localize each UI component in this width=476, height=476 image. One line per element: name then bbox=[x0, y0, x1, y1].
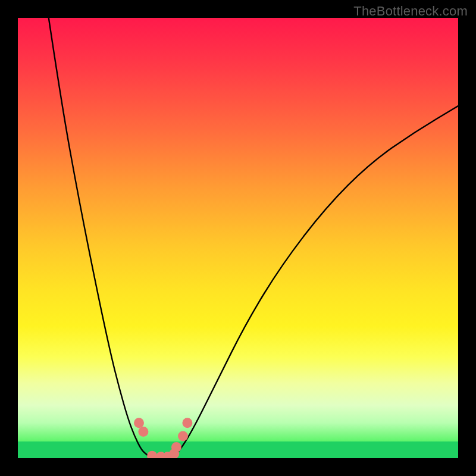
data-point-marker bbox=[182, 418, 192, 428]
bottleneck-curve-path bbox=[49, 18, 458, 458]
bottleneck-curve bbox=[18, 18, 458, 458]
data-point-marker bbox=[178, 431, 188, 441]
data-point-marker bbox=[147, 451, 157, 458]
data-point-marker bbox=[171, 442, 181, 452]
watermark-text: TheBottleneck.com bbox=[353, 4, 468, 19]
plot-area bbox=[18, 18, 458, 458]
data-point-marker bbox=[134, 418, 144, 428]
chart-frame: TheBottleneck.com bbox=[0, 0, 476, 476]
data-point-marker bbox=[138, 427, 148, 437]
